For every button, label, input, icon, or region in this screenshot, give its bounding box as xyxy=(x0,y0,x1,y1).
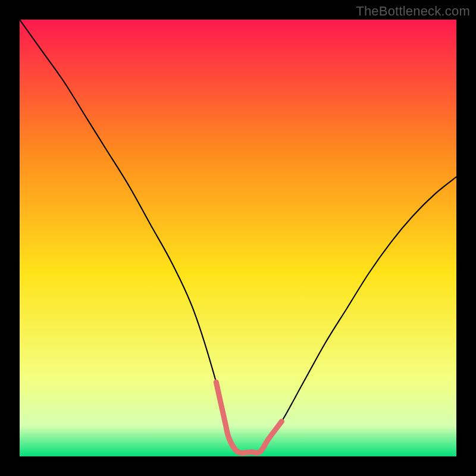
gradient-background xyxy=(20,20,456,456)
plot-area xyxy=(20,20,456,456)
bottleneck-chart xyxy=(20,20,456,456)
watermark-text: TheBottleneck.com xyxy=(356,4,470,19)
chart-frame: TheBottleneck.com xyxy=(0,0,476,476)
